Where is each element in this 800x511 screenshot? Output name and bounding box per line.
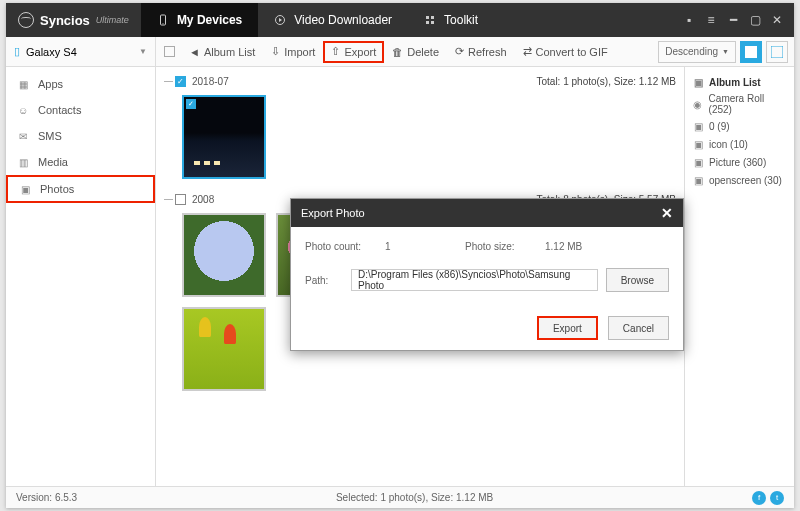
group-checkbox[interactable]: ✓	[175, 76, 186, 87]
device-name: Galaxy S4	[26, 46, 77, 58]
album-item[interactable]: ▣openscreen (30)	[691, 171, 788, 189]
media-icon: ▥	[16, 155, 30, 169]
status-bar: Version: 6.5.3 Selected: 1 photo(s), Siz…	[6, 486, 794, 508]
album-item[interactable]: ▣Picture (360)	[691, 153, 788, 171]
phone-icon: ▯	[14, 45, 20, 58]
convert-gif-button[interactable]: ⇄Convert to GIF	[515, 41, 616, 63]
menu-icon[interactable]: ≡	[704, 13, 718, 27]
subbar: ▯ Galaxy S4 ▼ ◄Album List ⇩Import ⇧Expor…	[6, 37, 794, 67]
tab-toolkit[interactable]: Toolkit	[408, 3, 494, 37]
chevron-down-icon: ▼	[139, 47, 147, 56]
play-icon	[274, 14, 286, 26]
message-icon[interactable]: ▪	[682, 13, 696, 27]
photo-count-label: Photo count:	[305, 241, 385, 252]
photos-icon: ▣	[18, 182, 32, 196]
app-logo: Syncios Ultimate	[6, 12, 141, 28]
apps-icon: ▦	[16, 77, 30, 91]
folder-icon: ▣	[691, 155, 705, 169]
syncios-logo-icon	[18, 12, 34, 28]
grid-icon	[424, 14, 436, 26]
maximize-icon[interactable]: ▢	[748, 13, 762, 27]
group-summary: Total: 1 photo(s), Size: 1.12 MB	[536, 76, 676, 87]
sidebar-item-photos[interactable]: ▣Photos	[6, 175, 155, 203]
dialog-title: Export Photo	[301, 207, 365, 219]
import-button[interactable]: ⇩Import	[263, 41, 323, 63]
sms-icon: ✉	[16, 129, 30, 143]
folder-icon: ▣	[691, 137, 705, 151]
window-controls: ▪ ≡ ━ ▢ ✕	[682, 13, 794, 27]
tab-label: Video Downloader	[294, 13, 392, 27]
album-item[interactable]: ▣0 (9)	[691, 117, 788, 135]
version-label: Version: 6.5.3	[16, 492, 77, 503]
album-item[interactable]: ▣icon (10)	[691, 135, 788, 153]
delete-button[interactable]: 🗑Delete	[384, 41, 447, 63]
thumb-check-icon: ✓	[186, 99, 196, 109]
contacts-icon: ☺	[16, 103, 30, 117]
sort-dropdown[interactable]: Descending▼	[658, 41, 736, 63]
svg-rect-3	[426, 16, 429, 19]
photo-thumb[interactable]	[182, 213, 266, 297]
trash-icon: 🗑	[392, 46, 403, 58]
photo-thumb[interactable]	[182, 307, 266, 391]
titlebar: Syncios Ultimate My Devices Video Downlo…	[6, 3, 794, 37]
export-button[interactable]: ⇧Export	[323, 41, 384, 63]
svg-rect-5	[426, 21, 429, 24]
camera-icon: ◉	[691, 97, 705, 111]
svg-rect-7	[745, 46, 757, 58]
dialog-close-icon[interactable]: ✕	[661, 205, 673, 221]
sidebar: ▦Apps ☺Contacts ✉SMS ▥Media ▣Photos	[6, 67, 156, 486]
list-icon	[771, 46, 783, 58]
sidebar-item-sms[interactable]: ✉SMS	[6, 123, 155, 149]
dialog-header: Export Photo ✕	[291, 199, 683, 227]
export-icon: ⇧	[331, 45, 340, 58]
calendar-icon	[745, 46, 757, 58]
collapse-icon[interactable]: —	[164, 194, 173, 204]
selection-status: Selected: 1 photo(s), Size: 1.12 MB	[77, 492, 752, 503]
refresh-button[interactable]: ⟳Refresh	[447, 41, 515, 63]
select-all-checkbox[interactable]	[164, 46, 175, 57]
group-checkbox[interactable]	[175, 194, 186, 205]
album-list-header: ▣Album List	[691, 73, 788, 91]
sidebar-item-media[interactable]: ▥Media	[6, 149, 155, 175]
device-selector[interactable]: ▯ Galaxy S4 ▼	[6, 37, 156, 67]
minimize-icon[interactable]: ━	[726, 13, 740, 27]
svg-rect-8	[771, 46, 783, 58]
tab-video-downloader[interactable]: Video Downloader	[258, 3, 408, 37]
group-date: 2018-07	[192, 76, 229, 87]
album-panel: ▣Album List ◉Camera Roll (252) ▣0 (9) ▣i…	[684, 67, 794, 486]
top-tabs: My Devices Video Downloader Toolkit	[141, 3, 494, 37]
export-confirm-button[interactable]: Export	[537, 316, 598, 340]
path-label: Path:	[305, 275, 351, 286]
tab-label: My Devices	[177, 13, 242, 27]
album-icon: ▣	[691, 75, 705, 89]
app-edition: Ultimate	[96, 15, 129, 25]
browse-button[interactable]: Browse	[606, 268, 669, 292]
path-input[interactable]: D:\Program Files (x86)\Syncios\Photo\Sam…	[351, 269, 598, 291]
sidebar-item-apps[interactable]: ▦Apps	[6, 71, 155, 97]
export-photo-dialog: Export Photo ✕ Photo count: 1 Photo size…	[290, 198, 684, 351]
close-icon[interactable]: ✕	[770, 13, 784, 27]
collapse-icon[interactable]: —	[164, 76, 173, 86]
photo-size-label: Photo size:	[465, 241, 545, 252]
refresh-icon: ⟳	[455, 45, 464, 58]
view-grid-button[interactable]	[740, 41, 762, 63]
toolbar: ◄Album List ⇩Import ⇧Export 🗑Delete ⟳Ref…	[156, 41, 794, 63]
view-list-button[interactable]	[766, 41, 788, 63]
twitter-icon[interactable]: t	[770, 491, 784, 505]
sidebar-item-contacts[interactable]: ☺Contacts	[6, 97, 155, 123]
album-item[interactable]: ◉Camera Roll (252)	[691, 91, 788, 117]
chevron-down-icon: ▼	[722, 48, 729, 55]
album-list-button[interactable]: ◄Album List	[181, 41, 263, 63]
tab-my-devices[interactable]: My Devices	[141, 3, 258, 37]
facebook-icon[interactable]: f	[752, 491, 766, 505]
svg-rect-6	[431, 21, 434, 24]
folder-icon: ▣	[691, 119, 705, 133]
phone-icon	[157, 14, 169, 26]
app-name: Syncios	[40, 13, 90, 28]
cancel-button[interactable]: Cancel	[608, 316, 669, 340]
group-date: 2008	[192, 194, 214, 205]
photo-thumb[interactable]: ✓	[182, 95, 266, 179]
back-arrow-icon: ◄	[189, 46, 200, 58]
photo-group-header: — ✓ 2018-07 Total: 1 photo(s), Size: 1.1…	[164, 71, 676, 91]
svg-point-1	[162, 23, 163, 24]
